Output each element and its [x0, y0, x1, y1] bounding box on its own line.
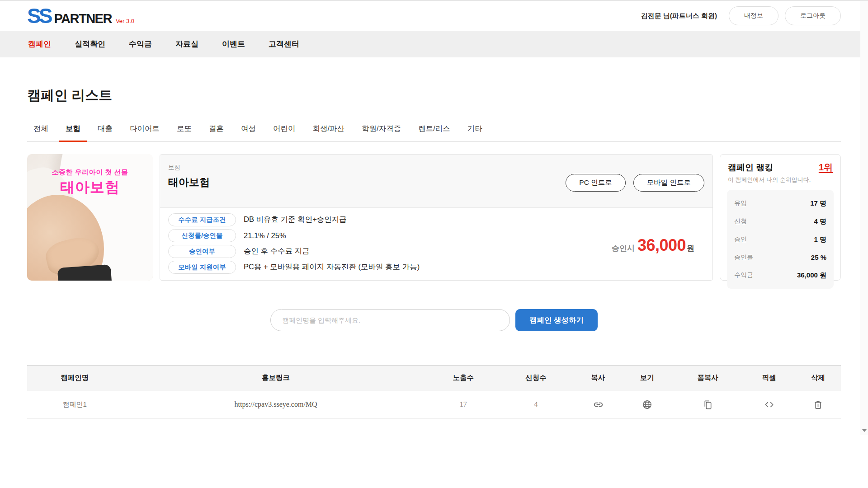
col-header-applications: 신청수 [497, 366, 575, 391]
detail-badge: 수수료 지급조건 [168, 213, 236, 226]
logo-ss-mark: SS [27, 5, 50, 26]
tab-insurance[interactable]: 보험 [59, 124, 87, 142]
stat-row-approval-rate: 승인률 25 % [734, 249, 826, 266]
detail-row-mobile-support: 모바일 지원여부 PC용 + 모바일용 페이지 자동전환 (모바일 홍보 가능) [168, 261, 704, 273]
campaign-card-titles: 보험 태아보험 [168, 164, 210, 207]
tab-all[interactable]: 전체 [27, 124, 55, 142]
campaign-section: 소중한 우리아이 첫 선물 태아보험 보험 태아보험 PC 인트로 모바일 인트… [27, 154, 841, 281]
tab-rent-lease[interactable]: 렌트/리스 [412, 124, 457, 142]
approval-price: 승인시 36,000 원 [612, 236, 694, 255]
col-header-delete: 삭제 [795, 366, 841, 391]
col-header-name: 캠페인명 [27, 366, 122, 391]
tab-etc[interactable]: 기타 [461, 124, 489, 142]
col-header-pixel: 픽셀 [743, 366, 795, 391]
col-header-link: 홍보링크 [122, 366, 429, 391]
cell-promo-link: https://cpav3.sseye.com/MQ [122, 391, 429, 419]
stat-label: 승인률 [734, 253, 753, 262]
tab-children[interactable]: 어린이 [267, 124, 302, 142]
main-nav: 캠페인 실적확인 수익금 자료실 이벤트 고객센터 [0, 31, 868, 57]
col-header-view: 보기 [622, 366, 673, 391]
tab-academy[interactable]: 학원/자격증 [355, 124, 407, 142]
detail-value: DB 비유효 기준 확인+승인지급 [244, 215, 347, 225]
col-header-copy: 복사 [575, 366, 621, 391]
link-icon [593, 399, 604, 410]
page-content: 캠페인 리스트 전체 보험 대출 다이어트 로또 결혼 여성 어린이 회생/파산… [0, 86, 868, 419]
campaign-table: 캠페인명 홍보링크 노출수 신청수 복사 보기 폼복사 픽셀 삭제 캠페인1 h… [27, 365, 841, 419]
detail-badge: 신청률/승인율 [168, 229, 236, 242]
price-prefix: 승인시 [612, 243, 635, 253]
stat-row-revenue: 수익금 36,000 원 [734, 266, 826, 284]
scrollbar-down-arrow[interactable] [862, 429, 867, 432]
globe-icon [642, 399, 652, 410]
form-copy-button[interactable] [701, 398, 715, 411]
campaign-card-body: 수수료 지급조건 DB 비유효 기준 확인+승인지급 신청률/승인율 21.1%… [160, 208, 712, 281]
category-tabs: 전체 보험 대출 다이어트 로또 결혼 여성 어린이 회생/파산 학원/자격증 … [27, 124, 841, 142]
ranking-subtitle: 이 캠페인에서 나의 순위입니다. [727, 176, 834, 184]
pixel-code-button[interactable] [762, 398, 776, 411]
user-name-label: 김전문 님(파트너스 회원) [641, 12, 717, 20]
detail-value: PC용 + 모바일용 페이지 자동전환 (모바일 홍보 가능) [244, 262, 420, 272]
thumbnail-caption-line2: 태아보험 [27, 178, 153, 197]
stat-label: 유입 [734, 199, 747, 207]
stat-row-applications: 신청 4 명 [734, 212, 826, 230]
logout-button[interactable]: 로그아웃 [785, 6, 841, 25]
nav-item-revenue[interactable]: 수익금 [129, 39, 152, 49]
code-icon [764, 399, 774, 410]
intro-buttons: PC 인트로 모바일 인트로 [566, 174, 704, 207]
detail-row-commission: 수수료 지급조건 DB 비유효 기준 확인+승인지급 [168, 214, 704, 225]
detail-badge: 승인여부 [168, 245, 236, 258]
col-header-form-copy: 폼복사 [673, 366, 743, 391]
nav-item-events[interactable]: 이벤트 [222, 39, 245, 49]
campaign-title: 태아보험 [168, 175, 210, 189]
detail-value: 21.1% / 25% [244, 231, 286, 240]
campaign-card-header: 보험 태아보험 PC 인트로 모바일 인트로 [160, 155, 712, 208]
price-unit: 원 [687, 243, 694, 253]
cell-form-copy [673, 391, 743, 419]
stat-value: 4 명 [814, 217, 826, 226]
logo[interactable]: SS PARTNER Ver 3.0 [27, 5, 134, 26]
tab-rehabilitation[interactable]: 회생/파산 [307, 124, 351, 142]
stat-value: 1 명 [814, 235, 826, 244]
nav-item-performance[interactable]: 실적확인 [75, 39, 105, 49]
copy-link-button[interactable] [591, 398, 605, 411]
cell-copy-link [575, 391, 621, 419]
tab-marriage[interactable]: 결혼 [203, 124, 230, 142]
detail-value: 승인 후 수수료 지급 [244, 246, 310, 256]
nav-item-resources[interactable]: 자료실 [175, 39, 198, 49]
stat-row-approvals: 승인 1 명 [734, 230, 826, 249]
stat-row-inflow: 유입 17 명 [734, 194, 826, 212]
cell-delete [795, 391, 841, 419]
stat-value: 36,000 원 [797, 271, 826, 280]
stat-label: 신청 [734, 217, 747, 225]
delete-button[interactable] [811, 398, 825, 411]
create-campaign-button[interactable]: 캠페인 생성하기 [515, 309, 598, 331]
col-header-impressions: 노출수 [429, 366, 497, 391]
ranking-title: 캠페인 랭킹 [728, 162, 773, 174]
my-info-button[interactable]: 내정보 [729, 6, 778, 25]
stat-value: 17 명 [810, 199, 826, 208]
logo-version: Ver 3.0 [116, 18, 134, 24]
cell-view [622, 391, 673, 419]
nav-item-campaign[interactable]: 캠페인 [28, 39, 51, 49]
nav-item-support[interactable]: 고객센터 [269, 39, 299, 49]
cell-impressions: 17 [429, 391, 497, 419]
table-header-row: 캠페인명 홍보링크 노출수 신청수 복사 보기 폼복사 픽셀 삭제 [27, 366, 841, 391]
price-amount: 36,000 [637, 236, 686, 255]
tab-diet[interactable]: 다이어트 [123, 124, 166, 142]
pc-intro-button[interactable]: PC 인트로 [566, 174, 625, 192]
ranking-panel: 캠페인 랭킹 1위 이 캠페인에서 나의 순위입니다. 유입 17 명 신청 4… [720, 154, 841, 281]
view-page-button[interactable] [640, 398, 654, 411]
tab-women[interactable]: 여성 [235, 124, 262, 142]
mobile-intro-button[interactable]: 모바일 인트로 [633, 174, 704, 192]
tab-lotto[interactable]: 로또 [170, 124, 198, 142]
tab-loan[interactable]: 대출 [91, 124, 119, 142]
header: SS PARTNER Ver 3.0 김전문 님(파트너스 회원) 내정보 로그… [0, 1, 868, 31]
campaign-thumbnail: 소중한 우리아이 첫 선물 태아보험 [27, 154, 153, 281]
trash-icon [813, 399, 823, 410]
copy-icon [703, 399, 713, 410]
stat-label: 수익금 [734, 271, 753, 279]
vertical-scrollbar[interactable] [860, 1, 868, 435]
campaign-name-input[interactable] [270, 309, 510, 331]
page-title: 캠페인 리스트 [27, 86, 841, 105]
ranking-rank-link[interactable]: 1위 [819, 161, 833, 174]
